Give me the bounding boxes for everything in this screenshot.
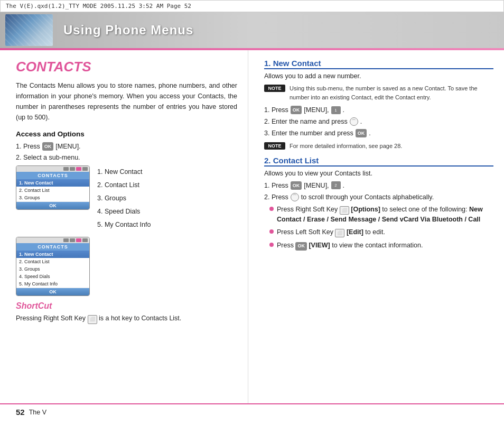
num-icon-1: 1 [331,106,341,114]
ok-btn-cl1: OK [291,181,302,190]
banner-image [5,14,53,46]
bullet-list: Press Right Soft Key ⬜ [Options] to sele… [269,205,493,251]
menu-item-1: 1. New Contact [97,165,151,179]
shortcut-desc: Pressing Right Soft Key ⬜ is a hot key t… [16,313,237,324]
phone-screenshot-2: CONTACTS 1. New Contact 2. Contact List … [16,237,90,296]
contacts-title: CONTACTS [16,59,237,75]
note-label-1: NOTE [264,85,285,92]
note-text-1: Using this sub-menu, the number is saved… [290,84,493,101]
section-contact-list: 2. Contact List Allows you to view your … [264,156,493,251]
right-step3: 3. Enter the number and press OK . [264,129,493,137]
footer: 52 The V [0,403,504,420]
contact-list-title: 2. Contact List [264,156,493,167]
step2: 2. Select a sub-menu. [16,154,237,161]
banner-title: Using Phone Menus [53,23,193,38]
new-contact-desc: Allows you to add a new number. [264,72,493,80]
step1: 1. Press OK [MENU]. [16,142,237,151]
note-text-2: For more detailed information, see page … [290,142,402,151]
note-block-1: NOTE Using this sub-menu, the number is … [264,84,493,101]
intro-text: The Contacts Menu allows you to store na… [16,80,237,123]
note-label-2: NOTE [264,142,285,150]
bullet-dot-2 [269,229,274,234]
bullet-item-3: Press OK [VIEW] to view the contact info… [269,241,493,251]
softkey-options: ⬜ [340,206,349,215]
bullet-dot-3 [269,243,274,247]
contact-list-desc: Allows you to view your Contacts list. [264,170,493,177]
menu-item-2: 2. Contact List [97,179,151,192]
menu-item-4: 4. Speed Dials [97,205,151,218]
bullet-dot-1 [269,207,274,211]
menu-item-3: 3. Groups [97,192,151,205]
nav-icon-cl: ⌒ [291,193,299,201]
bullet-item-1: Press Right Soft Key ⬜ [Options] to sele… [269,205,493,225]
ok-btn-right1: OK [291,106,302,114]
note-block-2: NOTE For more detailed information, see … [264,142,493,151]
ok-btn-view: OK [295,242,307,251]
right-column: 1. New Contact Allows you to add a new n… [248,50,504,403]
ok-button-step1: OK [42,142,54,151]
new-contact-title: 1. New Contact [264,59,493,69]
softkey-icon-shortcut: ⬜ [88,315,97,324]
footer-number: 52 [16,408,25,417]
right-step2: 2. Enter the name and press ⌒ . [264,117,493,126]
footer-text: The V [29,409,46,416]
cl-step1: 1. Press OK [MENU], 2 . [264,181,493,190]
access-heading: Access and Options [16,130,237,138]
cl-step2: 2. Press ⌒ to scroll through your Contac… [264,193,493,201]
header-text: The V(E).qxd(1.2)_TTY MODE 2005.11.25 3:… [6,3,191,10]
menu-item-5: 5. My Contact Info [97,218,151,232]
right-step1: 1. Press OK [MENU], 1 . [264,106,493,114]
nav-icon-1: ⌒ [350,117,358,126]
bullet-item-2: Press Left Soft Key ⬜ [Edit] to edit. [269,227,493,237]
phone-screenshot-1: CONTACTS 1. New Contact 2. Contact List … [16,165,90,210]
page-header: The V(E).qxd(1.2)_TTY MODE 2005.11.25 3:… [0,0,504,12]
menu-list: 1. New Contact 2. Contact List 3. Groups… [97,165,151,232]
section-new-contact: 1. New Contact Allows you to add a new n… [264,59,493,151]
left-column: CONTACTS The Contacts Menu allows you to… [0,50,248,403]
main-content: CONTACTS The Contacts Menu allows you to… [0,50,504,403]
shortcut-title: ShortCut [16,301,237,311]
ok-btn-right2: OK [356,129,367,137]
softkey-edit: ⬜ [335,229,344,237]
banner: Using Phone Menus [0,12,504,48]
num-icon-cl1: 2 [331,181,341,189]
